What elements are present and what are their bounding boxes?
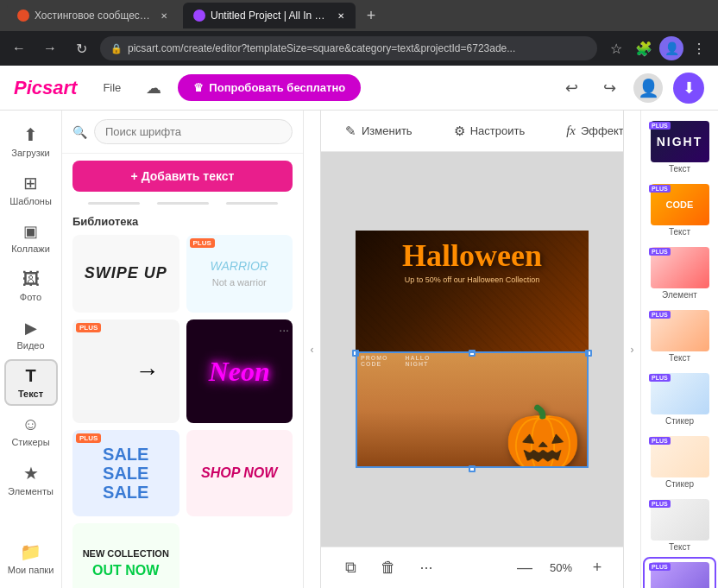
browser-toolbar: ← → ↻ 🔒 picsart.com/create/editor?templa… <box>0 31 718 66</box>
browser-tab-bar: Хостинговое сообщество «Ti... ✕ Untitled… <box>0 0 718 31</box>
right-panel-item-sticker2[interactable]: PLUS Стикер <box>645 433 715 492</box>
tab1-close[interactable]: ✕ <box>160 9 169 22</box>
extensions-btn[interactable]: 🧩 <box>632 36 656 60</box>
cloud-icon: ☁ <box>146 79 161 98</box>
video-icon: ▶ <box>25 319 37 338</box>
sidebar-item-templates[interactable]: ⊞ Шаблоны <box>4 166 58 212</box>
app-logo: Picsart <box>14 77 77 99</box>
right-panel-item-sticker1[interactable]: PLUS Стикер <box>645 370 715 429</box>
sidebar-item-text[interactable]: T Текст <box>4 359 58 406</box>
right-panel-item-element[interactable]: PLUS Элемент <box>645 243 715 303</box>
pumpkin-emoji: 🎃 <box>504 401 582 468</box>
bookmark-star[interactable]: ☆ <box>604 36 628 60</box>
neon-more-btn[interactable]: ··· <box>279 323 289 337</box>
footer-more-icon: ··· <box>419 559 432 577</box>
text2-plus-badge: PLUS <box>649 311 671 319</box>
edit-icon: ✎ <box>345 123 356 139</box>
minus-icon: — <box>517 559 532 577</box>
canvas-bottom-section[interactable]: PROMOCODE HALLONIGHT 🎃 <box>356 351 589 468</box>
sticker2-label: Стикер <box>665 479 694 489</box>
cloud-button[interactable]: ☁ <box>140 74 167 102</box>
night-plus-badge: PLUS <box>649 122 671 130</box>
add-text-button[interactable]: + Добавить текст <box>72 161 293 192</box>
new-tab-button[interactable]: + <box>359 3 383 28</box>
sticker1-plus-badge: PLUS <box>649 374 671 382</box>
swipe-up-text: SWIPE UP <box>78 258 174 289</box>
redo-button[interactable]: ↪ <box>595 74 623 102</box>
back-button[interactable]: ← <box>7 36 31 60</box>
avatar-icon: 👤 <box>638 78 659 98</box>
scroll-indicators <box>62 199 303 208</box>
shop-now-text: SHOP NOW <box>194 458 284 488</box>
elements-label: Элементы <box>8 486 54 496</box>
template-shop-now[interactable]: SHOP NOW <box>186 430 293 516</box>
address-bar[interactable]: 🔒 picsart.com/create/editor?templateSize… <box>100 36 597 60</box>
effects-icon: fx <box>566 123 576 138</box>
sidebar-item-stickers[interactable]: ☺ Стикеры <box>4 408 58 454</box>
sidebar-item-elements[interactable]: ★ Элементы <box>4 456 58 503</box>
template-neon[interactable]: Neon ··· <box>186 319 293 423</box>
template-swipe-up[interactable]: SWIPE UP <box>72 235 180 313</box>
profile-btn[interactable]: 👤 <box>659 36 683 60</box>
settings-button[interactable]: ⚙ Настроить <box>444 118 536 144</box>
right-panel-item-text3[interactable]: PLUS Текст <box>645 496 715 555</box>
right-panel-item-text2[interactable]: PLUS Текст <box>645 307 715 366</box>
templates-label: Шаблоны <box>9 196 52 206</box>
myfolders-icon: 📁 <box>20 541 41 562</box>
edit-button[interactable]: ✎ Изменить <box>335 118 423 144</box>
canvas-main: ✎ Изменить ⚙ Настроить fx Эффекты ··· <box>321 111 623 588</box>
zoom-out-button[interactable]: — <box>513 556 537 580</box>
effects-button[interactable]: fx Эффекты <box>556 118 623 143</box>
plus-icon: + <box>593 559 602 577</box>
font-search-input[interactable] <box>94 119 293 144</box>
sidebar-item-myfolders[interactable]: 📁 Мои папки <box>4 534 58 581</box>
canvas-toolbar: ✎ Изменить ⚙ Настроить fx Эффекты ··· <box>321 111 623 152</box>
delete-button[interactable]: 🗑 <box>373 553 404 584</box>
toolbar-actions: ☆ 🧩 👤 ⋮ <box>604 36 711 60</box>
menu-btn[interactable]: ⋮ <box>687 36 711 60</box>
scroll-bar-3 <box>226 202 278 205</box>
promo-overlay-label: PROMOCODE <box>361 355 387 367</box>
stickers-icon: ☺ <box>22 414 39 434</box>
panel-collapse-button[interactable]: ‹ <box>304 111 321 588</box>
sidebar-item-video[interactable]: ▶ Видео <box>4 311 58 357</box>
selection-handle-top[interactable] <box>469 350 476 357</box>
new-collection-text: NEW COLLECTION OUT NOW <box>76 537 176 587</box>
download-button[interactable]: ⬇ <box>673 73 704 104</box>
sale-plus-badge: PLUS <box>76 433 101 443</box>
left-sidebar: ⬆ Загрузки ⊞ Шаблоны ▣ Коллажи 🖼 Фото ▶ … <box>0 111 62 588</box>
promo-button[interactable]: ♛ Попробовать бесплатно <box>178 74 361 101</box>
reload-button[interactable]: ↻ <box>69 36 93 60</box>
elements-icon: ★ <box>23 463 39 484</box>
file-menu[interactable]: File <box>94 76 129 99</box>
text3-label: Текст <box>669 542 690 552</box>
text3-plus-badge: PLUS <box>649 500 671 508</box>
right-panel-item-collage[interactable]: PLUS Коллаж <box>645 559 715 588</box>
selection-handle-right[interactable] <box>585 350 592 357</box>
template-arrow[interactable]: PLUS → <box>72 319 180 423</box>
browser-tab-1[interactable]: Хостинговое сообщество «Ti... ✕ <box>7 3 180 28</box>
copy-button[interactable]: ⧉ <box>335 553 366 584</box>
canvas-top-section[interactable]: Halloween Up to 50% off our Halloween Co… <box>356 231 589 351</box>
template-warrior[interactable]: PLUS WARRIORNot a warrior <box>186 235 293 313</box>
footer-more-button[interactable]: ··· <box>411 553 442 584</box>
app: Picsart File ☁ ♛ Попробовать бесплатно ↩… <box>0 66 718 588</box>
forward-button[interactable]: → <box>38 36 62 60</box>
undo-button[interactable]: ↩ <box>557 74 585 102</box>
selection-handle-bottom[interactable] <box>469 465 476 472</box>
selection-handle-left[interactable] <box>352 350 359 357</box>
template-sale[interactable]: PLUS SALESALESALE <box>72 430 180 516</box>
pumpkin-background: 🎃 <box>356 351 589 468</box>
right-panel-item-night[interactable]: PLUS NIGHT Текст <box>645 117 715 177</box>
sidebar-item-collages[interactable]: ▣ Коллажи <box>4 214 58 261</box>
tab2-close[interactable]: ✕ <box>336 9 345 22</box>
user-avatar[interactable]: 👤 <box>633 73 663 103</box>
sidebar-item-uploads[interactable]: ⬆ Загрузки <box>4 117 58 164</box>
browser-tab-2[interactable]: Untitled Project | All In One We... ✕ <box>183 3 356 28</box>
right-panel-item-code[interactable]: PLUS CODE Текст <box>645 180 715 240</box>
code-label: Текст <box>669 227 690 237</box>
right-panel-collapse-button[interactable]: › <box>623 111 640 588</box>
template-new-collection[interactable]: NEW COLLECTION OUT NOW <box>72 523 180 588</box>
zoom-in-button[interactable]: + <box>585 556 609 580</box>
sidebar-item-photos[interactable]: 🖼 Фото <box>4 262 58 309</box>
